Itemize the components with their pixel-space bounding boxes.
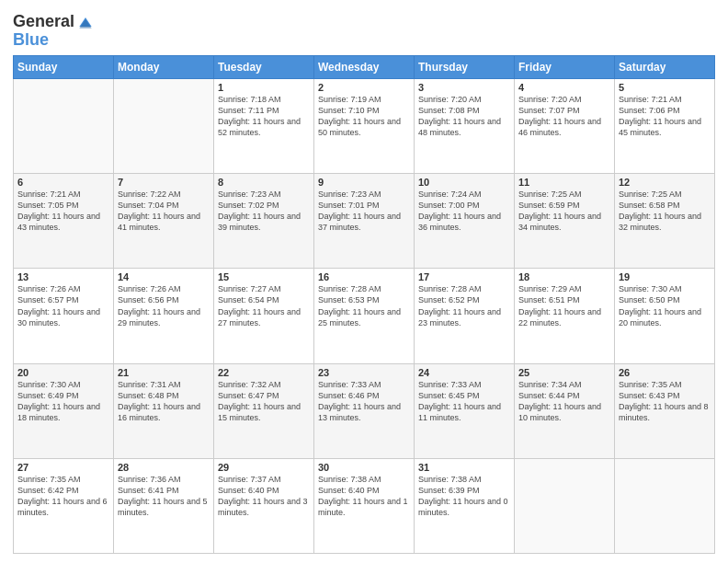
- calendar-cell: [615, 458, 715, 553]
- day-info: Sunrise: 7:24 AMSunset: 7:00 PMDaylight:…: [418, 189, 510, 234]
- day-number: 13: [17, 271, 109, 282]
- day-number: 14: [118, 271, 210, 282]
- calendar-cell: 29Sunrise: 7:37 AMSunset: 6:40 PMDayligh…: [214, 458, 314, 553]
- day-info: Sunrise: 7:26 AMSunset: 6:56 PMDaylight:…: [118, 283, 210, 328]
- calendar-cell: 13Sunrise: 7:26 AMSunset: 6:57 PMDayligh…: [14, 269, 114, 363]
- day-info: Sunrise: 7:38 AMSunset: 6:39 PMDaylight:…: [418, 474, 510, 519]
- day-info: Sunrise: 7:32 AMSunset: 6:47 PMDaylight:…: [218, 379, 310, 424]
- day-number: 28: [118, 462, 210, 473]
- day-number: 12: [619, 177, 711, 188]
- week-row-5: 27Sunrise: 7:35 AMSunset: 6:42 PMDayligh…: [14, 458, 715, 553]
- day-info: Sunrise: 7:30 AMSunset: 6:50 PMDaylight:…: [619, 283, 711, 328]
- day-number: 10: [418, 177, 510, 188]
- day-number: 23: [318, 367, 410, 378]
- day-info: Sunrise: 7:20 AMSunset: 7:08 PMDaylight:…: [418, 94, 510, 139]
- calendar-cell: 24Sunrise: 7:33 AMSunset: 6:45 PMDayligh…: [415, 363, 515, 458]
- day-info: Sunrise: 7:27 AMSunset: 6:54 PMDaylight:…: [218, 283, 310, 328]
- weekday-header-tuesday: Tuesday: [214, 55, 314, 78]
- calendar-cell: 16Sunrise: 7:28 AMSunset: 6:53 PMDayligh…: [314, 269, 415, 363]
- day-info: Sunrise: 7:25 AMSunset: 6:59 PMDaylight:…: [518, 189, 610, 234]
- day-info: Sunrise: 7:22 AMSunset: 7:04 PMDaylight:…: [118, 189, 210, 234]
- day-info: Sunrise: 7:25 AMSunset: 6:58 PMDaylight:…: [619, 189, 711, 234]
- day-number: 26: [619, 367, 711, 378]
- logo-text-general: General: [13, 13, 74, 31]
- weekday-header-friday: Friday: [515, 55, 615, 78]
- calendar-cell: 23Sunrise: 7:33 AMSunset: 6:46 PMDayligh…: [314, 363, 415, 458]
- day-number: 17: [418, 271, 510, 282]
- day-info: Sunrise: 7:21 AMSunset: 7:06 PMDaylight:…: [619, 94, 711, 139]
- calendar-cell: 4Sunrise: 7:20 AMSunset: 7:07 PMDaylight…: [515, 78, 615, 173]
- calendar-cell: 8Sunrise: 7:23 AMSunset: 7:02 PMDaylight…: [214, 174, 314, 269]
- day-number: 18: [518, 271, 610, 282]
- day-number: 9: [318, 177, 410, 188]
- day-number: 3: [418, 82, 510, 93]
- day-info: Sunrise: 7:18 AMSunset: 7:11 PMDaylight:…: [218, 94, 310, 139]
- calendar-cell: [114, 78, 214, 173]
- calendar-cell: 25Sunrise: 7:34 AMSunset: 6:44 PMDayligh…: [515, 363, 615, 458]
- header: General Blue: [13, 9, 715, 50]
- calendar-cell: 19Sunrise: 7:30 AMSunset: 6:50 PMDayligh…: [615, 269, 715, 363]
- week-row-2: 6Sunrise: 7:21 AMSunset: 7:05 PMDaylight…: [14, 174, 715, 269]
- calendar-cell: 14Sunrise: 7:26 AMSunset: 6:56 PMDayligh…: [114, 269, 214, 363]
- day-number: 21: [118, 367, 210, 378]
- day-info: Sunrise: 7:21 AMSunset: 7:05 PMDaylight:…: [17, 189, 109, 234]
- day-info: Sunrise: 7:23 AMSunset: 7:01 PMDaylight:…: [318, 189, 410, 234]
- day-number: 29: [218, 462, 310, 473]
- day-number: 7: [118, 177, 210, 188]
- day-number: 31: [418, 462, 510, 473]
- calendar-cell: 17Sunrise: 7:28 AMSunset: 6:52 PMDayligh…: [415, 269, 515, 363]
- day-info: Sunrise: 7:28 AMSunset: 6:53 PMDaylight:…: [318, 283, 410, 328]
- day-number: 15: [218, 271, 310, 282]
- day-number: 27: [17, 462, 109, 473]
- calendar-cell: 18Sunrise: 7:29 AMSunset: 6:51 PMDayligh…: [515, 269, 615, 363]
- day-number: 16: [318, 271, 410, 282]
- day-number: 6: [17, 177, 109, 188]
- day-info: Sunrise: 7:30 AMSunset: 6:49 PMDaylight:…: [17, 379, 109, 424]
- calendar-cell: 7Sunrise: 7:22 AMSunset: 7:04 PMDaylight…: [114, 174, 214, 269]
- day-number: 1: [218, 82, 310, 93]
- day-info: Sunrise: 7:36 AMSunset: 6:41 PMDaylight:…: [118, 474, 210, 519]
- calendar-cell: 31Sunrise: 7:38 AMSunset: 6:39 PMDayligh…: [415, 458, 515, 553]
- day-number: 22: [218, 367, 310, 378]
- calendar-cell: 9Sunrise: 7:23 AMSunset: 7:01 PMDaylight…: [314, 174, 415, 269]
- calendar-cell: 30Sunrise: 7:38 AMSunset: 6:40 PMDayligh…: [314, 458, 415, 553]
- calendar-cell: 21Sunrise: 7:31 AMSunset: 6:48 PMDayligh…: [114, 363, 214, 458]
- day-info: Sunrise: 7:35 AMSunset: 6:42 PMDaylight:…: [17, 474, 109, 519]
- day-number: 19: [619, 271, 711, 282]
- calendar-cell: [515, 458, 615, 553]
- logo-icon: [76, 13, 95, 31]
- day-info: Sunrise: 7:31 AMSunset: 6:48 PMDaylight:…: [118, 379, 210, 424]
- svg-marker-1: [79, 19, 91, 29]
- day-info: Sunrise: 7:38 AMSunset: 6:40 PMDaylight:…: [318, 474, 410, 519]
- weekday-header-monday: Monday: [114, 55, 214, 78]
- day-number: 30: [318, 462, 410, 473]
- day-info: Sunrise: 7:19 AMSunset: 7:10 PMDaylight:…: [318, 94, 410, 139]
- day-number: 25: [518, 367, 610, 378]
- calendar-cell: 3Sunrise: 7:20 AMSunset: 7:08 PMDaylight…: [415, 78, 515, 173]
- day-number: 5: [619, 82, 711, 93]
- calendar-cell: 28Sunrise: 7:36 AMSunset: 6:41 PMDayligh…: [114, 458, 214, 553]
- calendar-table: SundayMondayTuesdayWednesdayThursdayFrid…: [13, 55, 715, 554]
- day-number: 20: [17, 367, 109, 378]
- week-row-1: 1Sunrise: 7:18 AMSunset: 7:11 PMDaylight…: [14, 78, 715, 173]
- weekday-header-saturday: Saturday: [615, 55, 715, 78]
- day-info: Sunrise: 7:33 AMSunset: 6:45 PMDaylight:…: [418, 379, 510, 424]
- weekday-header-thursday: Thursday: [415, 55, 515, 78]
- day-info: Sunrise: 7:37 AMSunset: 6:40 PMDaylight:…: [218, 474, 310, 519]
- day-info: Sunrise: 7:34 AMSunset: 6:44 PMDaylight:…: [518, 379, 610, 424]
- page: General Blue SundayMondayTuesdayWednesda…: [0, 0, 728, 563]
- day-info: Sunrise: 7:20 AMSunset: 7:07 PMDaylight:…: [518, 94, 610, 139]
- calendar-cell: 15Sunrise: 7:27 AMSunset: 6:54 PMDayligh…: [214, 269, 314, 363]
- day-info: Sunrise: 7:29 AMSunset: 6:51 PMDaylight:…: [518, 283, 610, 328]
- calendar-cell: 26Sunrise: 7:35 AMSunset: 6:43 PMDayligh…: [615, 363, 715, 458]
- calendar-cell: 1Sunrise: 7:18 AMSunset: 7:11 PMDaylight…: [214, 78, 314, 173]
- day-info: Sunrise: 7:26 AMSunset: 6:57 PMDaylight:…: [17, 283, 109, 328]
- calendar-cell: 22Sunrise: 7:32 AMSunset: 6:47 PMDayligh…: [214, 363, 314, 458]
- day-info: Sunrise: 7:35 AMSunset: 6:43 PMDaylight:…: [619, 379, 711, 424]
- calendar-cell: [14, 78, 114, 173]
- calendar-cell: 11Sunrise: 7:25 AMSunset: 6:59 PMDayligh…: [515, 174, 615, 269]
- day-number: 4: [518, 82, 610, 93]
- calendar-cell: 20Sunrise: 7:30 AMSunset: 6:49 PMDayligh…: [14, 363, 114, 458]
- day-info: Sunrise: 7:28 AMSunset: 6:52 PMDaylight:…: [418, 283, 510, 328]
- logo: General Blue: [13, 13, 95, 50]
